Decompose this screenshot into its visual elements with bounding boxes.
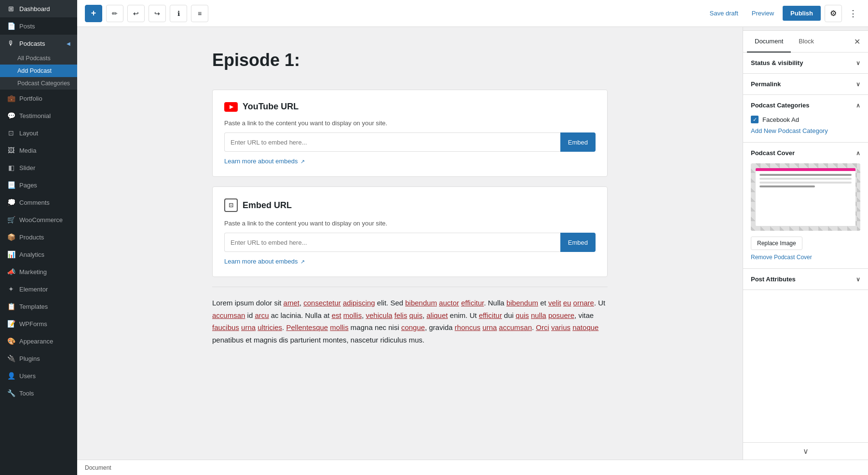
link-orci[interactable]: Orci xyxy=(536,323,549,331)
sidebar-item-portfolio[interactable]: 💼 Portfolio xyxy=(0,90,77,107)
link-mollis2[interactable]: mollis xyxy=(330,323,348,331)
youtube-learn-more-link[interactable]: Learn more about embeds ↗ xyxy=(224,158,305,165)
episode-title[interactable]: Episode 1: xyxy=(212,46,608,74)
youtube-embed-button[interactable]: Embed xyxy=(560,132,596,152)
sidebar-item-marketing[interactable]: 📣 Marketing xyxy=(0,263,77,280)
link-bibendum[interactable]: bibendum xyxy=(405,299,437,307)
link-natoque[interactable]: natoque xyxy=(572,323,598,331)
embed-embed-button[interactable]: Embed xyxy=(560,233,596,252)
link-bibendum2[interactable]: bibendum xyxy=(506,299,538,307)
link-arcu[interactable]: arcu xyxy=(255,311,269,319)
undo-button[interactable]: ↩ xyxy=(127,5,145,22)
more-options-button[interactable]: ⋮ xyxy=(846,5,860,22)
close-panel-button[interactable]: ✕ xyxy=(850,31,864,52)
link-varius[interactable]: varius xyxy=(551,323,570,331)
comments-icon: 💭 xyxy=(7,198,15,206)
link-adipiscing[interactable]: adipiscing xyxy=(343,299,375,307)
publish-button[interactable]: Publish xyxy=(783,6,821,21)
link-posuere[interactable]: posuere xyxy=(548,311,574,319)
permalink-header[interactable]: Permalink ∨ xyxy=(743,74,868,94)
link-faucibus[interactable]: faucibus xyxy=(212,323,239,331)
sidebar-item-add-podcast[interactable]: Add Podcast xyxy=(0,65,77,77)
sidebar-item-layout[interactable]: ⊡ Layout xyxy=(0,124,77,142)
sidebar-item-posts[interactable]: 📄 Posts xyxy=(0,17,77,35)
link-nulla[interactable]: nulla xyxy=(531,311,546,319)
podcast-cover-header[interactable]: Podcast Cover ∧ xyxy=(743,143,868,163)
sidebar-item-appearance[interactable]: 🎨 Appearance xyxy=(0,332,77,350)
podcast-cover-image[interactable] xyxy=(751,163,860,231)
scroll-down-icon[interactable]: ∨ xyxy=(803,447,809,456)
sidebar-item-comments[interactable]: 💭 Comments xyxy=(0,194,77,211)
replace-image-button[interactable]: Replace Image xyxy=(751,237,802,250)
sidebar-item-dashboard[interactable]: ⊞ Dashboard xyxy=(0,0,77,17)
sidebar-item-testimonial[interactable]: 💬 Testimonial xyxy=(0,107,77,124)
link-aliquet[interactable]: aliquet xyxy=(426,311,448,319)
portfolio-icon: 💼 xyxy=(7,94,15,102)
facebook-ad-checkbox[interactable] xyxy=(751,116,759,123)
link-velit[interactable]: velit xyxy=(548,299,561,307)
pen-tool-button[interactable]: ✏ xyxy=(106,5,123,22)
link-consectetur[interactable]: consectetur xyxy=(303,299,341,307)
link-ultricies[interactable]: ultricies xyxy=(258,323,282,331)
link-urna2[interactable]: urna xyxy=(482,323,497,331)
list-view-button[interactable]: ≡ xyxy=(191,5,208,22)
status-visibility-header[interactable]: Status & visibility ∨ xyxy=(743,53,868,73)
podcast-categories-header[interactable]: Podcast Categories ∧ xyxy=(743,95,868,116)
link-est[interactable]: est xyxy=(332,311,341,319)
sidebar-item-users[interactable]: 👤 Users xyxy=(0,367,77,384)
redo-button[interactable]: ↪ xyxy=(149,5,166,22)
embed-learn-more-link[interactable]: Learn more about embeds ↗ xyxy=(224,258,305,265)
sidebar-item-tools[interactable]: 🔧 Tools xyxy=(0,384,77,402)
permalink-title: Permalink xyxy=(751,80,781,88)
link-accumsan2[interactable]: accumsan xyxy=(499,323,532,331)
add-new-podcast-category-link[interactable]: Add New Podcast Category xyxy=(751,127,828,134)
link-amet[interactable]: amet xyxy=(284,299,299,307)
status-visibility-title: Status & visibility xyxy=(751,59,803,66)
link-eu[interactable]: eu xyxy=(563,299,571,307)
sidebar-item-woocommerce[interactable]: 🛒 WooCommerce xyxy=(0,211,77,228)
sidebar-item-wpforms[interactable]: 📝 WPForms xyxy=(0,315,77,332)
preview-button[interactable]: Preview xyxy=(747,7,779,20)
link-ornare[interactable]: ornare xyxy=(573,299,594,307)
youtube-url-input[interactable] xyxy=(224,132,560,152)
link-efficitur2[interactable]: efficitur xyxy=(479,311,502,319)
sidebar-item-label: Dashboard xyxy=(19,5,50,13)
chevron-up-icon-cover: ∧ xyxy=(856,150,860,157)
link-quis[interactable]: quis xyxy=(409,311,423,319)
sidebar-item-plugins[interactable]: 🔌 Plugins xyxy=(0,350,77,367)
sidebar-item-all-podcasts[interactable]: All Podcasts xyxy=(0,52,77,65)
link-accumsan[interactable]: accumsan xyxy=(212,311,245,319)
sidebar-item-media[interactable]: 🖼 Media xyxy=(0,142,77,159)
sidebar-item-templates[interactable]: 📋 Templates xyxy=(0,298,77,315)
remove-podcast-cover-link[interactable]: Remove Podcast Cover xyxy=(751,254,860,261)
settings-button[interactable]: ⚙ xyxy=(825,5,842,22)
sidebar-item-products[interactable]: 📦 Products xyxy=(0,228,77,246)
link-rhoncus[interactable]: rhoncus xyxy=(455,323,480,331)
post-attributes-header[interactable]: Post Attributes ∨ xyxy=(743,269,868,290)
sidebar-item-label: Slider xyxy=(19,164,35,172)
sidebar-item-pages[interactable]: 📃 Pages xyxy=(0,176,77,194)
editor-content[interactable]: Episode 1: YouTube URL Paste a link to t… xyxy=(77,27,743,460)
info-button[interactable]: ℹ xyxy=(170,5,187,22)
link-mollis[interactable]: mollis xyxy=(343,311,362,319)
link-quis2[interactable]: quis xyxy=(515,311,529,319)
link-felis[interactable]: felis xyxy=(394,311,407,319)
link-vehicula[interactable]: vehicula xyxy=(366,311,393,319)
add-block-button[interactable]: + xyxy=(85,5,102,22)
sidebar-item-podcast-categories[interactable]: Podcast Categories xyxy=(0,77,77,90)
save-draft-button[interactable]: Save draft xyxy=(705,7,743,20)
link-pellentesque[interactable]: Pellentesque xyxy=(286,323,328,331)
link-auctor[interactable]: auctor xyxy=(439,299,459,307)
tab-document[interactable]: Document xyxy=(747,31,791,53)
link-congue[interactable]: congue xyxy=(401,323,425,331)
tab-block[interactable]: Block xyxy=(791,31,822,53)
embed-url-input[interactable] xyxy=(224,233,560,252)
sidebar-item-elementor[interactable]: ✦ Elementor xyxy=(0,280,77,298)
sidebar-item-analytics[interactable]: 📊 Analytics xyxy=(0,246,77,263)
link-efficitur1[interactable]: efficitur xyxy=(461,299,484,307)
youtube-description: Paste a link to the content you want to … xyxy=(224,119,596,127)
sidebar-item-podcasts[interactable]: 🎙 Podcasts ◀ xyxy=(0,35,77,52)
sidebar-item-slider[interactable]: ◧ Slider xyxy=(0,159,77,176)
templates-icon: 📋 xyxy=(7,303,15,310)
link-urna[interactable]: urna xyxy=(241,323,256,331)
